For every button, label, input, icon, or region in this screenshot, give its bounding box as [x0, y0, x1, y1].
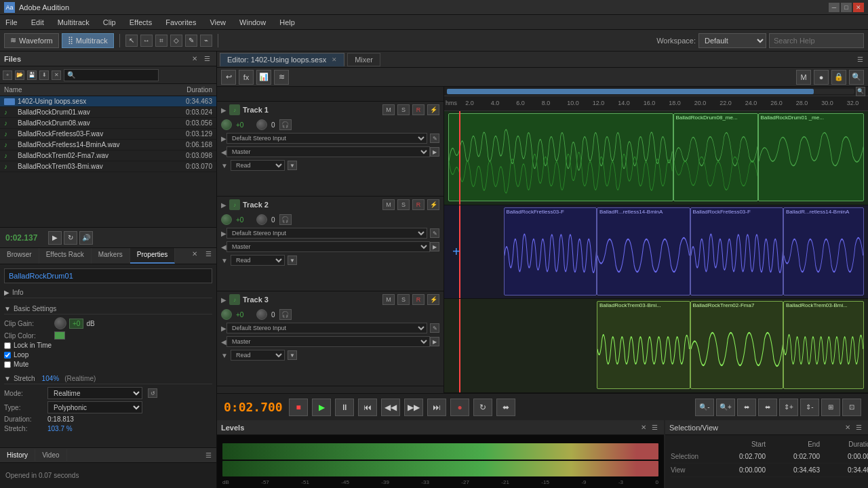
menu-file[interactable]: File — [3, 17, 20, 28]
props-close-btn[interactable]: ✕ — [189, 248, 200, 259]
track-2-route-expand-btn[interactable]: ▶ — [430, 242, 439, 251]
track-1-vol-knob[interactable] — [221, 119, 232, 130]
clip-t2-0[interactable]: BalladRockFretless03-F — [504, 207, 597, 296]
track-2-route-expander[interactable]: ◀ — [221, 243, 226, 251]
type-select[interactable]: Polyphonic — [47, 401, 142, 413]
selection-close-btn[interactable]: ✕ — [842, 422, 853, 433]
menu-favorites[interactable]: Favorites — [163, 17, 199, 28]
track-1-read-expand-btn[interactable]: ▼ — [288, 161, 297, 170]
waveform-tool-btn[interactable]: ≋ — [274, 70, 289, 85]
mixer-tab[interactable]: Mixer — [347, 53, 380, 66]
goto-start-button[interactable]: ⏮ — [358, 399, 377, 416]
track-3-headphone-btn[interactable]: 🎧 — [279, 309, 292, 320]
track-3-rec-btn[interactable]: R — [412, 294, 425, 305]
track-1-input-edit-btn[interactable]: ✎ — [430, 134, 439, 143]
track-3-route-select[interactable]: Master — [226, 336, 430, 347]
track-3-input-select[interactable]: Default Stereo Input — [226, 323, 427, 333]
info-section-title[interactable]: ▶ Info — [4, 287, 212, 298]
fit-all-btn[interactable]: ⊡ — [842, 399, 861, 416]
zoom-in-t-btn[interactable]: 🔍+ — [716, 399, 735, 416]
basic-settings-title[interactable]: ▼ Basic Settings — [4, 304, 212, 314]
track-1-headphone-btn[interactable]: 🎧 — [279, 119, 292, 130]
track-2-read-select[interactable]: Read — [231, 255, 285, 266]
menu-window[interactable]: Window — [237, 17, 269, 28]
mini-vol-btn[interactable]: 🔊 — [79, 231, 93, 245]
track-3-read-expander[interactable]: ▼ — [221, 352, 228, 359]
editor-tab-main[interactable]: Editor: 1402-Using loops.sesx ✕ — [220, 53, 344, 66]
track-2-input-expander[interactable]: ▶ — [221, 230, 226, 237]
props-menu-btn[interactable]: ☰ — [203, 248, 214, 259]
editor-settings-btn[interactable]: ☰ — [854, 54, 865, 65]
meter-btn[interactable]: 📊 — [256, 70, 271, 85]
track-2-input-select[interactable]: Default Stereo Input — [226, 228, 427, 239]
file-row-1[interactable]: BalladRockDrum01.wav 0:03.024 — [0, 107, 216, 118]
tab-browser[interactable]: Browser — [0, 248, 39, 264]
mini-play-btn[interactable]: ▶ — [48, 231, 62, 245]
clip-t1-2[interactable]: BalladRockDrum01 _me... — [758, 113, 864, 201]
clip-t2-1[interactable]: BalladR...retless14-BminA — [597, 207, 690, 296]
punch-in-button[interactable]: ⬌ — [496, 399, 515, 416]
track-1-rec-btn[interactable]: R — [412, 104, 425, 115]
track-2-read-expander[interactable]: ▼ — [221, 257, 228, 264]
tool-icon-5[interactable]: ✎ — [185, 35, 197, 47]
track-1-route-expander[interactable]: ◀ — [221, 148, 226, 156]
zoom-out-h-btn[interactable]: ⬌ — [758, 399, 777, 416]
fast-forward-button[interactable]: ▶▶ — [404, 399, 423, 416]
file-row-2[interactable]: BalladRockDrum08.wav 0:03.056 — [0, 118, 216, 129]
track-2-fx-btn[interactable]: ⚡ — [427, 199, 439, 210]
file-row-0[interactable]: 1402-Using loops.sesx 0:34.463 — [0, 96, 216, 107]
clip-t2-3[interactable]: BalladR...retless14-BminA — [783, 207, 864, 296]
fx-btn[interactable]: fx — [239, 70, 254, 85]
track-1-expander[interactable]: ▶ — [221, 106, 226, 114]
track-1-input-expander[interactable]: ▶ — [221, 135, 226, 142]
track-2-clips[interactable]: + BalladRockFretless03-F Ball — [444, 205, 868, 300]
clip-t3-1[interactable]: BalladRockTrem02-Fma7 — [690, 301, 784, 389]
zoom-in-btn[interactable]: ↩ — [221, 70, 236, 85]
track-3-read-select[interactable]: Read — [231, 350, 285, 361]
tab-properties[interactable]: Properties — [130, 248, 176, 264]
clip-t1-0[interactable] — [448, 113, 673, 201]
zoom-out-v-btn[interactable]: ⇕- — [800, 399, 819, 416]
track-3-route-expander[interactable]: ◀ — [221, 338, 226, 346]
tool-icon-6[interactable]: ⌁ — [200, 35, 212, 47]
track-2-read-expand-btn[interactable]: ▼ — [288, 256, 297, 265]
files-search-input[interactable] — [64, 69, 159, 81]
track-2-route-select[interactable]: Master — [226, 241, 430, 252]
mini-loop-btn[interactable]: ↻ — [64, 231, 77, 245]
loop-checkbox[interactable] — [4, 352, 11, 359]
record-button[interactable]: ● — [450, 399, 469, 416]
clip-t2-2[interactable]: BalladRockFretless03-F — [690, 207, 784, 296]
track-1-pan-knob[interactable] — [256, 119, 267, 130]
files-new-btn[interactable]: + — [3, 70, 12, 80]
track-3-solo-btn[interactable]: S — [397, 294, 410, 305]
stop-button[interactable]: ■ — [289, 399, 308, 416]
midi-btn[interactable]: M — [796, 70, 811, 85]
lock-in-time-checkbox[interactable] — [4, 342, 11, 349]
file-row-5[interactable]: BalladRockTrem02-Fma7.wav 0:03.098 — [0, 150, 216, 161]
tab-markers[interactable]: Markers — [92, 248, 130, 264]
track-1-solo-btn[interactable]: S — [397, 104, 410, 115]
fit-btn[interactable]: ⊞ — [821, 399, 840, 416]
multitrack-button[interactable]: ⣿ Multitrack — [62, 33, 114, 48]
rec-ready-btn[interactable]: ● — [814, 70, 829, 85]
track-1-read-expander[interactable]: ▼ — [221, 162, 228, 169]
track-2-pan-knob[interactable] — [256, 214, 267, 225]
loop-transport-button[interactable]: ↻ — [473, 399, 492, 416]
track-3-input-expander[interactable]: ▶ — [221, 325, 226, 332]
zoom-fit-btn[interactable]: 🔍 — [856, 87, 865, 96]
track-3-expander[interactable]: ▶ — [221, 296, 226, 304]
file-row-6[interactable]: BalladRockTrem03-Bmi.wav 0:03.070 — [0, 161, 216, 172]
track-2-headphone-btn[interactable]: 🎧 — [279, 214, 292, 225]
clip-color-swatch[interactable] — [54, 331, 65, 340]
pause-button[interactable]: ⏸ — [335, 399, 354, 416]
files-open-btn[interactable]: 📂 — [15, 70, 24, 80]
tool-icon-2[interactable]: ↔ — [140, 35, 153, 47]
menu-edit[interactable]: Edit — [28, 17, 47, 28]
track-1-mute-btn[interactable]: M — [382, 104, 395, 115]
selection-menu-btn[interactable]: ☰ — [853, 422, 864, 433]
tab-effects-rack[interactable]: Effects Rack — [39, 248, 92, 264]
minimize-button[interactable]: ─ — [829, 3, 840, 12]
track-2-input-edit-btn[interactable]: ✎ — [430, 228, 439, 238]
play-button[interactable]: ▶ — [312, 399, 331, 416]
zoom-tool-btn[interactable]: 🔍 — [849, 70, 864, 85]
